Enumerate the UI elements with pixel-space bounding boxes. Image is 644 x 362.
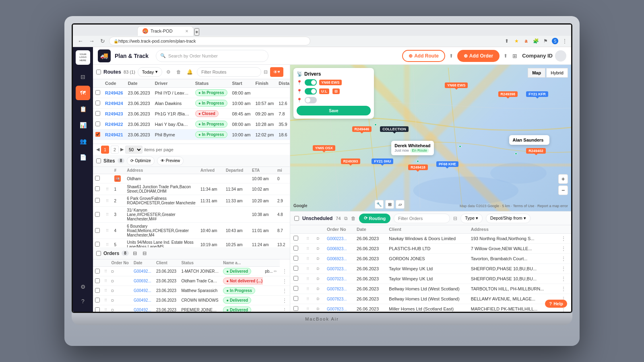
optimize-btn[interactable]: ⟳ Optimize xyxy=(127,156,154,165)
table-row[interactable]: ⠿ D G007023... 26.06.2023 Taylor Wimpey … xyxy=(290,274,571,284)
marker-yn65osx[interactable]: YN65 OSX xyxy=(313,145,335,151)
row-menu-btn[interactable]: ⋮ xyxy=(561,255,566,262)
filter-routes-input[interactable] xyxy=(197,67,261,77)
table-row[interactable]: ⠿ D G006923... 26.06.2023 PLASTICS-HUB L… xyxy=(290,244,571,254)
profile-icon[interactable]: S xyxy=(552,38,558,44)
row-checkbox[interactable] xyxy=(95,111,100,116)
marker-r249398[interactable]: R249398 xyxy=(498,91,518,97)
preview-btn[interactable]: 👁 Preview xyxy=(157,156,184,165)
table-row[interactable]: ⠿ 4 6 Boundary Road,Mellons,#CHESTER,Gre… xyxy=(93,223,290,239)
table-row[interactable]: ⠿ D G00692... 23.06.2023 Oldham Trade Ca… xyxy=(93,276,290,286)
marker-pf68khe[interactable]: PF68 KHE xyxy=(436,161,458,167)
bookmark-icon[interactable]: ★ xyxy=(513,38,520,44)
depot-dropdown-btn[interactable]: Depot/Ship from ▾ xyxy=(486,214,530,223)
map-container[interactable]: YN68 EWS R249446 COLLECTION R249398 FY21… xyxy=(290,65,571,211)
table-row[interactable]: ⠿ D G00492... 23.06.2023 PREMIER JOINERY… xyxy=(93,305,290,312)
table-row[interactable]: ⠿ D G007823... 26.06.2023 Bellway Homes … xyxy=(290,284,571,294)
site-checkbox[interactable] xyxy=(95,176,100,181)
table-row[interactable]: R249422 23.06.2023 Hari Y bay /Daniel...… xyxy=(93,119,290,130)
order-link[interactable]: G006923... xyxy=(327,247,347,251)
unscheduled-checkbox[interactable] xyxy=(293,296,298,301)
new-tab-button[interactable]: + xyxy=(194,28,199,36)
drag-handle[interactable]: ⠿ xyxy=(106,187,109,191)
drag-handle[interactable]: ⠿ xyxy=(306,277,309,281)
drag-handle[interactable]: ⠿ xyxy=(104,308,107,312)
table-row[interactable]: R249423 23.06.2023 Ph1G Y1R /Blake S... … xyxy=(93,109,290,119)
add-order-button[interactable]: ⊕ Add Order xyxy=(457,50,500,62)
drag-handle[interactable]: ⠿ xyxy=(104,298,107,302)
sidebar-item-settings[interactable]: ⚙ xyxy=(76,280,90,294)
page-2-btn[interactable]: 2 xyxy=(111,146,119,154)
select-all-sites-checkbox[interactable] xyxy=(96,158,101,163)
unscheduled-checkbox[interactable] xyxy=(293,266,298,271)
table-row[interactable]: ⠿ D G000223... 26.06.2023 Navkay Windows… xyxy=(290,234,571,244)
routing-btn[interactable]: ⟳ Routing xyxy=(359,214,391,223)
settings-route-icon[interactable]: ⚙ xyxy=(165,68,172,76)
table-row[interactable]: 🏭 Oldham 10:00 am 0 xyxy=(93,174,290,183)
save-map-btn[interactable]: Save xyxy=(297,106,371,115)
order-link[interactable]: G007823... xyxy=(327,307,347,311)
site-checkbox[interactable] xyxy=(95,198,100,203)
drag-handle[interactable]: ⠿ xyxy=(106,228,109,233)
row-menu-btn[interactable]: ⋮ xyxy=(282,288,287,294)
table-row[interactable]: R249421 23.06.2023 Phil Byrne ● In Progr… xyxy=(93,130,290,140)
order-link[interactable]: G00492... xyxy=(134,269,151,274)
marker-r249446[interactable]: R249446 xyxy=(352,126,372,132)
order-checkbox[interactable] xyxy=(95,298,100,302)
extension-icon[interactable]: a xyxy=(523,38,529,44)
order-upload-icon[interactable]: ⬆ xyxy=(504,53,508,59)
table-row[interactable]: ⠿ 5 Units 94/Moss Lane Ind. Estate Moss … xyxy=(93,239,290,248)
table-row[interactable]: R249426 23.06.2023 Phil IYD / Leave... ●… xyxy=(93,88,290,98)
drag-handle[interactable]: ⠿ xyxy=(106,243,109,247)
order-link[interactable]: G006923... xyxy=(327,257,347,261)
row-menu-btn[interactable]: ⋮ xyxy=(561,286,566,292)
table-row[interactable]: ⠿ 1 Shaw61 Junction Trade Park,Bacon Str… xyxy=(93,183,290,195)
row-menu-btn[interactable]: ⋮ xyxy=(282,297,287,304)
table-row[interactable]: ⠿ D G006923... 26.06.2023 GORDON JONES T… xyxy=(290,254,571,264)
add-route-button[interactable]: ⊕ Add Route xyxy=(402,50,445,62)
order-link[interactable]: G00692... xyxy=(134,279,151,283)
row-checkbox[interactable] xyxy=(95,90,100,95)
grid-view-icon[interactable]: ⊞ xyxy=(512,53,518,59)
page-1-btn[interactable]: 1 xyxy=(101,146,109,154)
row-checkbox[interactable] xyxy=(95,101,100,105)
order-link[interactable]: G00492... xyxy=(134,288,151,293)
filter-icon[interactable]: ⊟ xyxy=(264,69,268,75)
row-menu-btn[interactable]: ⋮ xyxy=(561,235,566,242)
bell-icon[interactable]: 🔔 xyxy=(185,68,194,76)
reload-button[interactable]: ↻ xyxy=(99,37,107,45)
marker-r249393[interactable]: R249393 xyxy=(341,158,361,164)
drag-handle[interactable]: ⠿ xyxy=(306,297,309,301)
map-tool-1[interactable]: 🔧 xyxy=(375,200,384,209)
drag-handle[interactable]: ⠿ xyxy=(306,237,309,241)
type-dropdown-btn[interactable]: Type ▾ xyxy=(460,214,483,223)
orders-action-icon2[interactable]: ⊟ xyxy=(141,250,148,257)
marker-collection[interactable]: COLLECTION xyxy=(380,126,409,132)
unscheduled-checkbox[interactable] xyxy=(293,256,298,261)
unscheduled-checkbox[interactable] xyxy=(293,246,298,251)
prev-page-icon[interactable]: ◀ xyxy=(96,147,99,152)
table-row[interactable]: ⠿ 3 31/ Kanyon Lane,##CHESTER,Greater Ma… xyxy=(93,207,290,223)
order-checkbox[interactable] xyxy=(95,269,100,274)
next-page-icon[interactable]: ▶ xyxy=(120,147,124,152)
filter-orders-input[interactable] xyxy=(394,214,450,223)
hybrid-view-btn[interactable]: Hybrid xyxy=(546,68,568,78)
row-menu-btn[interactable]: ⋮ xyxy=(282,307,287,312)
row-menu-btn[interactable]: ⋮ xyxy=(561,245,566,252)
flag-icon[interactable]: ⚑ xyxy=(542,38,549,44)
site-checkbox[interactable] xyxy=(95,242,100,247)
order-link[interactable]: G007023... xyxy=(327,277,347,281)
marker-fy21ohu[interactable]: FY21 0HU xyxy=(372,158,393,164)
select-all-unscheduled-checkbox[interactable] xyxy=(294,216,299,221)
drag-handle[interactable]: ⠿ xyxy=(104,288,107,293)
sidebar-item-users[interactable]: 👥 xyxy=(76,134,90,148)
share-icon[interactable]: ⬆ xyxy=(504,38,510,44)
site-checkbox[interactable] xyxy=(95,212,100,217)
table-row[interactable]: R249424 23.06.2023 Alan Dawkins ● In Pro… xyxy=(93,98,290,109)
drag-handle[interactable]: ⠿ xyxy=(306,267,309,271)
row-menu-btn[interactable]: ⋮ xyxy=(561,265,566,272)
company-dropdown-btn[interactable] xyxy=(555,50,566,62)
puzzle-icon[interactable]: 🧩 xyxy=(533,38,539,44)
order-link[interactable]: G00492... xyxy=(134,308,151,312)
marker-r249402[interactable]: R249402 xyxy=(526,148,546,154)
